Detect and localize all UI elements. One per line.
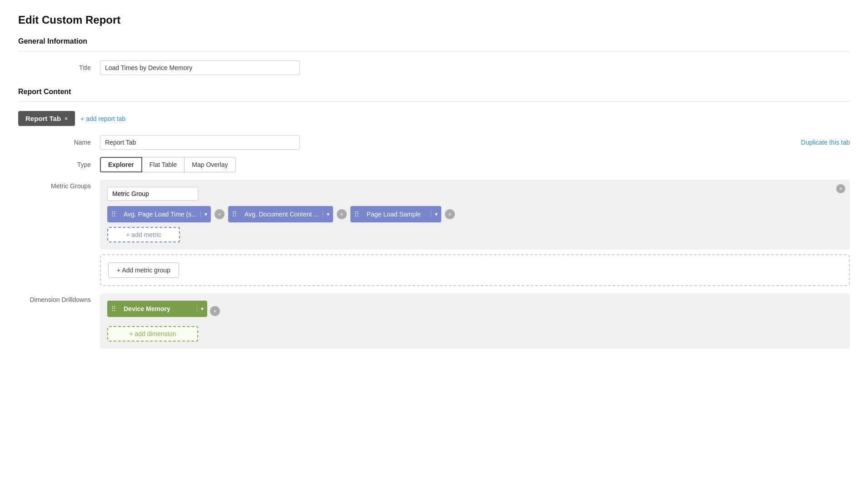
metric-2-wrapper: ⠿ Avg. Document Content ... ▾ × — [228, 206, 347, 222]
type-btn-map-overlay[interactable]: Map Overlay — [184, 157, 235, 172]
metric-2-drag-handle[interactable]: ⠿ — [228, 210, 241, 219]
metric-3-dropdown-arrow[interactable]: ▾ — [431, 211, 441, 217]
metric-chip-1: ⠿ Avg. Page Load Time (s... ▾ — [107, 206, 211, 222]
metric-1-dropdown-arrow[interactable]: ▾ — [200, 211, 211, 217]
metric-3-close-btn[interactable]: × — [445, 209, 455, 219]
title-row: Title — [18, 60, 850, 75]
metric-3-label: Page Load Sample — [363, 211, 431, 218]
metric-1-wrapper: ⠿ Avg. Page Load Time (s... ▾ × — [107, 206, 224, 222]
metric-1-label: Avg. Page Load Time (s... — [120, 211, 200, 218]
metric-group-close-btn[interactable]: × — [836, 184, 845, 193]
metric-chip-3: ⠿ Page Load Sample ▾ — [350, 206, 441, 222]
metric-2-dropdown-arrow[interactable]: ▾ — [323, 211, 333, 217]
metric-group-container: × ⠿ Avg. Page Load Time (s... ▾ × — [100, 180, 850, 250]
section-divider-1 — [18, 51, 850, 51]
page-title: Edit Custom Report — [18, 14, 850, 26]
tab-close-icon[interactable]: × — [65, 116, 68, 122]
add-metric-button[interactable]: + add metric — [107, 227, 180, 242]
tab-name-input[interactable] — [100, 135, 300, 150]
dimension-1-label: Device Memory — [120, 305, 197, 312]
tab-name-row: Name Duplicate this tab — [18, 135, 850, 150]
dimension-1-drag-handle[interactable]: ⠿ — [107, 305, 120, 313]
metric-2-close-btn[interactable]: × — [337, 209, 347, 219]
metric-group-name-input[interactable] — [107, 187, 198, 201]
report-content-heading: Report Content — [18, 88, 850, 96]
tab-label: Report Tab — [25, 115, 61, 122]
metrics-row: ⠿ Avg. Page Load Time (s... ▾ × ⠿ Avg. D… — [107, 206, 843, 222]
metric-group-close-icon: × — [839, 186, 842, 192]
metric-groups-row: Metric Groups × ⠿ Avg. Page Load Time (s… — [18, 180, 850, 286]
dimension-drilldowns-label: Dimension Drilldowns — [18, 293, 100, 303]
general-info-heading: General Information — [18, 37, 850, 45]
general-info-section: General Information Title — [18, 37, 850, 75]
dimension-1-close-btn[interactable]: × — [210, 306, 220, 316]
type-row: Type Explorer Flat Table Map Overlay — [18, 157, 850, 172]
metric-2-label: Avg. Document Content ... — [241, 211, 323, 218]
metric-chip-2: ⠿ Avg. Document Content ... ▾ — [228, 206, 333, 222]
add-dimension-button[interactable]: + add dimension — [107, 326, 198, 342]
metric-3-drag-handle[interactable]: ⠿ — [350, 210, 363, 219]
add-metric-group-button[interactable]: + Add metric group — [108, 262, 179, 278]
duplicate-tab-link[interactable]: Duplicate this tab — [801, 139, 850, 146]
dimension-drilldowns-row: Dimension Drilldowns ⠿ Device Memory ▾ ×… — [18, 293, 850, 349]
tab-bar: Report Tab × + add report tab — [18, 111, 850, 126]
type-btn-flat-table[interactable]: Flat Table — [142, 157, 185, 172]
add-metric-group-wrapper: + Add metric group — [100, 254, 850, 286]
dimension-1-row: ⠿ Device Memory ▾ × — [107, 301, 843, 322]
report-tab[interactable]: Report Tab × — [18, 111, 75, 126]
metric-1-drag-handle[interactable]: ⠿ — [107, 210, 120, 219]
title-input[interactable] — [100, 60, 300, 75]
section-divider-2 — [18, 101, 850, 102]
title-label: Title — [18, 64, 100, 71]
add-report-tab-link[interactable]: + add report tab — [80, 115, 125, 122]
type-buttons-group: Explorer Flat Table Map Overlay — [100, 157, 235, 172]
type-label: Type — [18, 161, 100, 168]
metric-groups-label: Metric Groups — [18, 180, 100, 190]
report-content-section: Report Content Report Tab × + add report… — [18, 88, 850, 349]
metric-3-wrapper: ⠿ Page Load Sample ▾ × — [350, 206, 455, 222]
dimension-1-dropdown-arrow[interactable]: ▾ — [197, 306, 207, 312]
name-label: Name — [18, 139, 100, 146]
dimension-chip-1: ⠿ Device Memory ▾ — [107, 301, 207, 317]
type-btn-explorer[interactable]: Explorer — [100, 157, 142, 172]
metric-1-close-btn[interactable]: × — [215, 209, 224, 219]
dimension-container: ⠿ Device Memory ▾ × + add dimension — [100, 293, 850, 349]
